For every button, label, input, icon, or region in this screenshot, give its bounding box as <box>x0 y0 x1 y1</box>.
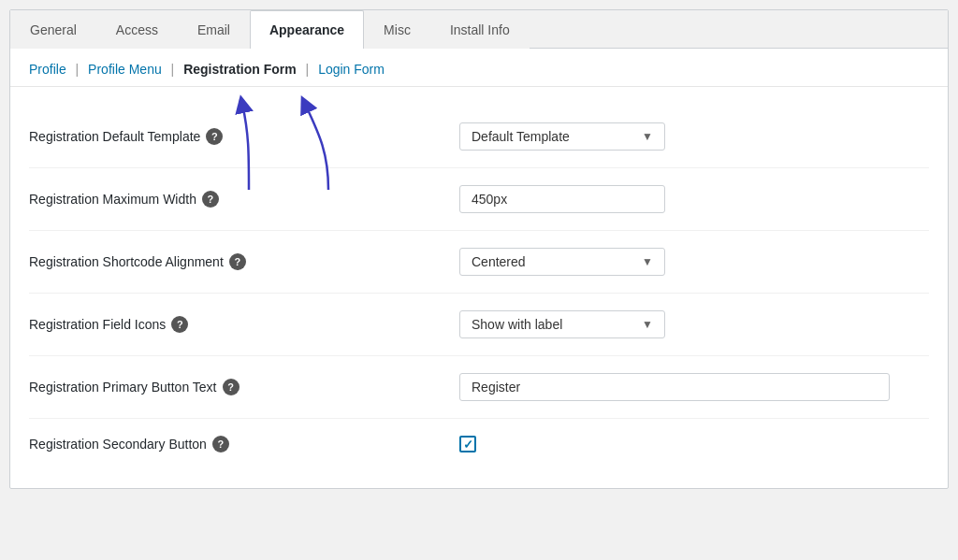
chevron-down-icon: ▼ <box>642 130 653 143</box>
tab-general[interactable]: General <box>10 10 96 49</box>
tab-appearance[interactable]: Appearance <box>250 10 364 49</box>
help-icon-shortcode-alignment[interactable]: ? <box>229 253 246 270</box>
setting-label-primary-button-text: Registration Primary Button Text ? <box>29 379 459 395</box>
setting-default-template: Registration Default Template ? Default … <box>29 106 929 168</box>
dropdown-default-template[interactable]: Default Template ▼ <box>459 122 665 151</box>
input-max-width[interactable] <box>459 185 665 213</box>
setting-primary-button-text: Registration Primary Button Text ? <box>29 356 929 419</box>
checkmark-icon: ✓ <box>463 438 473 452</box>
setting-shortcode-alignment: Registration Shortcode Alignment ? Cente… <box>29 231 929 294</box>
tab-access[interactable]: Access <box>96 10 178 49</box>
subnav-profile[interactable]: Profile <box>29 62 66 77</box>
setting-control-default-template: Default Template ▼ <box>459 122 929 151</box>
content-area: Registration Default Template ? Default … <box>10 87 948 488</box>
settings-panel: General Access Email Appearance Misc Ins… <box>9 9 949 489</box>
setting-control-shortcode-alignment: Centered ▼ <box>459 248 929 276</box>
sub-navigation: Profile | Profile Menu | Registration Fo… <box>10 49 948 87</box>
dropdown-shortcode-alignment[interactable]: Centered ▼ <box>459 248 665 276</box>
setting-label-field-icons: Registration Field Icons ? <box>29 316 459 333</box>
help-icon-secondary-button[interactable]: ? <box>212 436 229 452</box>
setting-control-max-width <box>459 185 929 213</box>
setting-control-field-icons: Show with label ▼ <box>459 310 929 338</box>
tab-misc[interactable]: Misc <box>364 10 430 49</box>
setting-label-default-template: Registration Default Template ? <box>29 128 459 145</box>
setting-control-primary-button-text <box>459 373 929 401</box>
help-icon-max-width[interactable]: ? <box>202 191 219 208</box>
subnav-registration-form[interactable]: Registration Form <box>183 62 297 77</box>
input-primary-button-text[interactable] <box>459 373 890 401</box>
setting-label-secondary-button: Registration Secondary Button ? <box>29 436 459 452</box>
subnav-sep-1: | <box>76 62 80 77</box>
chevron-down-icon: ▼ <box>642 318 653 331</box>
help-icon-default-template[interactable]: ? <box>206 128 223 145</box>
tab-email[interactable]: Email <box>178 10 250 49</box>
checkbox-secondary-button[interactable]: ✓ <box>459 436 476 452</box>
tab-install-info[interactable]: Install Info <box>430 10 530 49</box>
help-icon-field-icons[interactable]: ? <box>171 316 188 333</box>
setting-max-width: Registration Maximum Width ? <box>29 168 929 231</box>
subnav-sep-3: | <box>306 62 310 77</box>
subnav-profile-menu[interactable]: Profile Menu <box>88 62 162 77</box>
setting-secondary-button: Registration Secondary Button ? ✓ <box>29 419 929 469</box>
setting-label-max-width: Registration Maximum Width ? <box>29 191 459 208</box>
subnav-login-form[interactable]: Login Form <box>318 62 385 77</box>
setting-control-secondary-button: ✓ <box>459 436 929 452</box>
dropdown-field-icons[interactable]: Show with label ▼ <box>459 310 665 338</box>
setting-label-shortcode-alignment: Registration Shortcode Alignment ? <box>29 253 459 270</box>
tabs-bar: General Access Email Appearance Misc Ins… <box>10 10 948 49</box>
help-icon-primary-button-text[interactable]: ? <box>223 379 240 395</box>
chevron-down-icon: ▼ <box>642 255 653 268</box>
setting-field-icons: Registration Field Icons ? Show with lab… <box>29 294 929 356</box>
subnav-sep-2: | <box>171 62 175 77</box>
